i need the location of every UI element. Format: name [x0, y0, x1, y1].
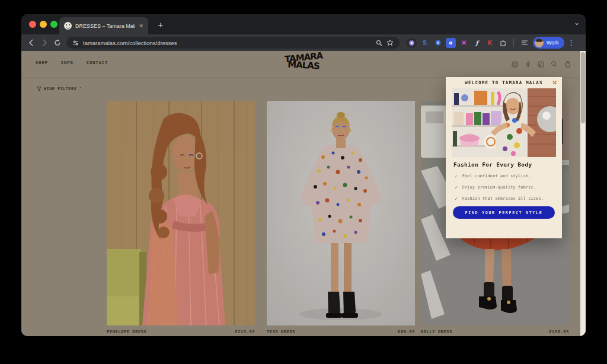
window-zoom-button[interactable] [50, 21, 57, 28]
bookmark-star-icon[interactable] [386, 39, 394, 46]
page-content: SHOP INFO CONTACT TAMARA MALAS HIDE FILT… [21, 51, 586, 336]
k-extension-icon[interactable]: K [485, 38, 495, 48]
product-caption[interactable]: PENELOPE DRESS €213.95 [107, 330, 255, 334]
camera-extension-icon[interactable] [446, 38, 456, 48]
benefit-text: Enjoy premium-quality fabric. [462, 185, 536, 190]
popup-heading: Fashion For Every Body [453, 161, 532, 168]
welcome-popup: WELCOME TO TAMARA MALAS ✕ [446, 77, 562, 238]
check-icon: ✓ [455, 184, 458, 190]
extensions-area: S ✕ ƒ K [407, 38, 529, 48]
site-logo[interactable]: TAMARA MALAS [21, 51, 586, 69]
product-price: €156.95 [549, 330, 569, 334]
profile-avatar [535, 39, 544, 47]
tiktok-icon[interactable] [538, 61, 544, 68]
page-scrollbar[interactable] [580, 51, 586, 336]
benefit-item: ✓ Feel confident and stylish. [455, 173, 531, 179]
zoom-page-icon[interactable] [376, 40, 382, 46]
aperture-extension-icon[interactable] [407, 38, 417, 48]
extensions-puzzle-icon[interactable] [498, 38, 508, 48]
product-caption[interactable]: DOLLY DRESS €156.95 [421, 330, 569, 334]
funnel-icon [37, 87, 41, 91]
product-name[interactable]: DOLLY DRESS [421, 330, 452, 334]
toolbar-divider [513, 39, 514, 47]
filters-toggle[interactable]: HIDE FILTERS ^ [37, 87, 82, 91]
product-name[interactable]: PENELOPE DRESS [107, 330, 146, 334]
new-tab-button[interactable]: + [155, 19, 167, 31]
product-caption[interactable]: TESS DRESS €69.95 [267, 330, 415, 334]
site-settings-icon[interactable] [72, 40, 79, 46]
scrollbar-thumb[interactable] [581, 52, 585, 123]
benefit-item: ✓ Enjoy premium-quality fabric. [455, 184, 536, 190]
tab-strip: DRESSES – Tamara Malas ✕ + ⌄ [21, 14, 586, 34]
search-icon[interactable] [551, 60, 558, 68]
tab-search-button[interactable]: ⌄ [574, 18, 580, 27]
browser-toolbar: tamaramalas.com/collections/dresses S ✕ … [21, 34, 586, 51]
screen: DRESSES – Tamara Malas ✕ + ⌄ tamaramalas… [0, 0, 607, 364]
product-name[interactable]: TESS DRESS [267, 330, 295, 334]
window-close-button[interactable] [29, 21, 36, 28]
cart-bag-icon[interactable] [564, 60, 571, 68]
product-price: €213.95 [235, 330, 255, 334]
product-image-tess[interactable] [267, 101, 415, 325]
browser-menu-button[interactable]: ⋮ [568, 39, 575, 47]
facebook-icon[interactable] [525, 61, 531, 68]
reload-button[interactable] [51, 36, 64, 49]
blue-dot-extension-icon[interactable] [433, 38, 443, 48]
profile-chip[interactable]: Work [533, 37, 564, 49]
site-favicon-icon [64, 22, 72, 30]
fn-extension-icon[interactable]: ƒ [472, 38, 482, 48]
address-bar[interactable]: tamaramalas.com/collections/dresses [66, 37, 400, 49]
pink-x-extension-icon[interactable]: ✕ [459, 38, 469, 48]
find-style-button[interactable]: FIND YOUR PERFECT STYLE [453, 206, 555, 219]
product-image-penelope[interactable] [107, 101, 255, 325]
chevron-up-icon: ^ [79, 87, 82, 91]
side-panel-icon[interactable] [519, 38, 529, 48]
popup-photo [452, 88, 556, 157]
tab-close-icon[interactable]: ✕ [139, 23, 143, 29]
instagram-icon[interactable] [512, 61, 518, 68]
check-icon: ✓ [455, 196, 458, 202]
popup-title: WELCOME TO TAMARA MALAS [446, 80, 562, 85]
popup-close-icon[interactable]: ✕ [552, 79, 557, 86]
header-icons [512, 60, 571, 68]
check-icon: ✓ [455, 173, 458, 179]
profile-label: Work [547, 40, 559, 46]
product-price: €69.95 [398, 330, 415, 334]
browser-tab[interactable]: DRESSES – Tamara Malas ✕ [59, 17, 148, 34]
window-minimize-button[interactable] [40, 21, 47, 28]
url-text[interactable]: tamaramalas.com/collections/dresses [83, 40, 372, 46]
s-extension-icon[interactable]: S [420, 38, 430, 48]
browser-window: DRESSES – Tamara Malas ✕ + ⌄ tamaramalas… [21, 14, 586, 336]
benefit-item: ✓ Fashion that embraces all sizes. [455, 196, 544, 202]
tab-title: DRESSES – Tamara Malas [75, 23, 135, 29]
filters-label: HIDE FILTERS [44, 87, 76, 91]
benefit-text: Fashion that embraces all sizes. [462, 196, 544, 201]
benefit-text: Feel confident and stylish. [462, 174, 531, 178]
